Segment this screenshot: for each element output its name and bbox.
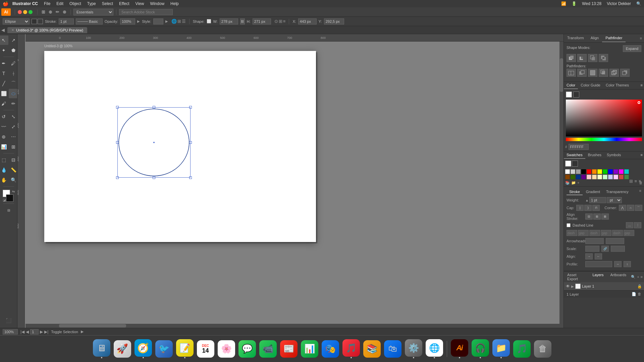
prev-page-btn[interactable]: ◀ (26, 329, 29, 334)
color-tab[interactable]: Color (564, 82, 578, 89)
outside-align[interactable]: ⊠ (601, 214, 609, 220)
color-saturation-picker[interactable] (566, 100, 642, 136)
dist-icon[interactable]: ⊞ (279, 19, 282, 24)
swatch-7[interactable] (597, 169, 602, 174)
y-input[interactable] (324, 18, 344, 24)
swap-colors[interactable]: ⇆ (12, 190, 15, 193)
swatch-2[interactable] (571, 169, 575, 174)
gap-1[interactable] (578, 230, 589, 236)
measure-tool[interactable]: 📏 (9, 165, 17, 175)
width-tool[interactable]: ⤢ (9, 122, 17, 131)
align-icon[interactable]: ☰ (182, 19, 186, 24)
width-input[interactable] (220, 18, 238, 24)
dashed-checkbox[interactable] (567, 223, 571, 227)
symbol-icon[interactable]: ⊕ (47, 9, 54, 15)
menu-window[interactable]: Window (147, 1, 167, 7)
projecting-cap[interactable]: ⊓ (592, 205, 600, 211)
scale-input2[interactable] (611, 246, 625, 252)
dock-trash[interactable]: 🗑 (533, 339, 552, 359)
ellipse-tool[interactable]: ⬭ (9, 89, 17, 98)
distribute-icon[interactable]: ≡ (283, 19, 286, 24)
color-guide-tab[interactable]: Color Guide (578, 82, 603, 89)
swatch-11[interactable] (619, 169, 624, 174)
dock-launchpad[interactable]: 🚀 (113, 339, 132, 359)
ellipse-shape[interactable] (117, 107, 191, 178)
paintbrush-tool[interactable]: 🖌 (0, 99, 8, 108)
lock-ratio-btn[interactable]: ⛓ (240, 18, 245, 24)
search-stock[interactable]: Search Adobe Stock (119, 9, 173, 15)
dock-files[interactable]: 📁 (491, 339, 511, 359)
pencil-tool[interactable]: ✏ (9, 99, 17, 108)
mesh-tool[interactable]: ⊞ (9, 142, 17, 152)
bottom-panel-btn[interactable]: ⬛ (2, 316, 15, 325)
artboards-tab[interactable]: Artboards (607, 272, 630, 282)
stroke-tab[interactable]: Stroke (567, 189, 583, 195)
swatch-10[interactable] (613, 169, 618, 174)
search-icon[interactable]: 🔍 (636, 1, 641, 6)
x-input[interactable] (298, 18, 317, 24)
default-colors[interactable]: ◪ (3, 198, 6, 202)
dock-facetime[interactable]: 📹 (258, 339, 278, 359)
dash-1[interactable] (567, 230, 577, 236)
swatch-12[interactable] (624, 169, 629, 174)
perspective-icon[interactable]: ⊗ (61, 9, 68, 15)
swatch-18[interactable] (592, 175, 597, 179)
profile-input[interactable] (585, 261, 612, 267)
merge-btn[interactable] (588, 69, 597, 77)
asset-export-tab[interactable]: Asset Export (564, 272, 589, 282)
swatch-20[interactable] (603, 175, 607, 179)
intersect-btn[interactable] (588, 54, 597, 62)
swatch-23[interactable] (619, 175, 624, 179)
brushes-tab[interactable]: Brushes (585, 152, 604, 159)
trim-btn[interactable] (577, 69, 587, 77)
divide-btn[interactable] (567, 69, 576, 77)
swatch-black[interactable] (572, 161, 578, 167)
fill-swatch[interactable] (32, 19, 37, 24)
menu-help[interactable]: Help (168, 1, 181, 7)
tab-close-icon[interactable]: ✕ (11, 28, 14, 32)
swatch-1[interactable] (565, 169, 570, 174)
swatch-13[interactable] (565, 175, 570, 179)
dock-safari[interactable]: 🧭 (133, 339, 153, 359)
dock-photos[interactable]: 🌸 (217, 339, 236, 359)
artboard-tool[interactable]: ⬚ (0, 155, 8, 165)
unite-btn[interactable] (567, 54, 576, 62)
hand-tool[interactable]: ✋ (0, 175, 8, 185)
line-tool[interactable]: ╱ (0, 79, 8, 88)
next-page-btn[interactable]: ▶ (40, 329, 43, 334)
color-themes-tab[interactable]: Color Themes (603, 82, 632, 89)
h-scroll-thumb[interactable] (59, 324, 126, 327)
swatch-16[interactable] (581, 175, 586, 179)
maximize-btn[interactable] (29, 10, 33, 14)
layers-tab-btn[interactable]: Layers (589, 272, 607, 282)
screen-mode[interactable]: ⊞ (14, 205, 18, 215)
pen-tool[interactable]: ✒ (0, 59, 8, 68)
opacity-input[interactable] (120, 18, 135, 24)
dock-numbers[interactable]: 📊 (300, 339, 319, 359)
flip-h-btn[interactable]: ↔ (614, 261, 622, 267)
height-input[interactable] (253, 18, 271, 24)
panel-menu[interactable]: ≡ (634, 179, 637, 184)
swatch-15[interactable] (576, 175, 581, 179)
zoom-tool[interactable]: 🔍 (9, 175, 17, 185)
brush-icon[interactable]: ✏ (54, 9, 61, 15)
swatch-4[interactable] (581, 169, 586, 174)
style-arrow[interactable]: ▶ (165, 19, 168, 23)
zoom-input[interactable] (3, 329, 18, 335)
curvature-tool[interactable]: 🖊 (9, 59, 17, 68)
align-right-btn[interactable]: ← (595, 253, 602, 259)
new-color-group-icon[interactable]: 📁 (571, 181, 576, 185)
panel-close[interactable]: ✕ (638, 179, 641, 183)
menu-type[interactable]: Type (85, 1, 99, 7)
apple-menu[interactable]: 🍎 (3, 1, 8, 6)
weight-down-btn[interactable]: ▲ (585, 198, 589, 202)
align-left-btn[interactable]: → (585, 253, 593, 259)
horizontal-scrollbar[interactable] (25, 324, 564, 328)
tool-select-dropdown[interactable]: Ellipse (3, 18, 30, 24)
swatch-libraries-icon[interactable]: 📚 (565, 181, 570, 185)
swatch-24[interactable] (624, 175, 629, 179)
normal-mode[interactable]: □ (0, 205, 4, 215)
status-arrow[interactable]: ▶ (81, 329, 84, 334)
gradient-tab[interactable]: Gradient (583, 189, 603, 195)
swatch-17[interactable] (587, 175, 591, 179)
